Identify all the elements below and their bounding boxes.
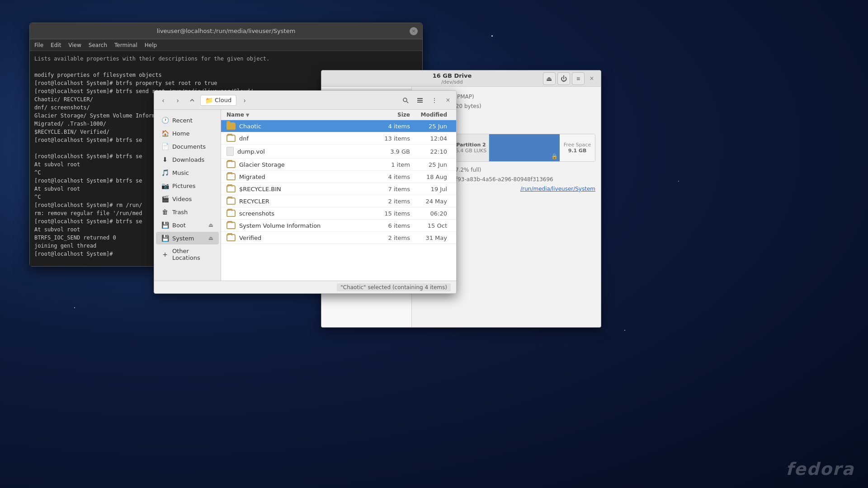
sidebar-label-recent: Recent <box>172 117 193 124</box>
folder-icon-verified <box>226 234 236 241</box>
folder-icon-screenshots <box>226 210 236 217</box>
boot-eject-icon[interactable]: ⏏ <box>208 222 213 228</box>
videos-icon: 🎬 <box>161 195 169 202</box>
star-1 <box>491 35 493 37</box>
pv-partition-blue[interactable]: 🔒 <box>489 134 560 161</box>
sidebar-label-music: Music <box>172 169 189 176</box>
pv-partition2-label: Partition 2 <box>456 142 486 148</box>
fm-search-button[interactable] <box>399 94 412 107</box>
sidebar-item-boot[interactable]: 💾 Boot ⏏ <box>156 219 219 231</box>
fm-col-modified-header[interactable]: Modified <box>410 112 451 118</box>
fm-cell-size-verified: 2 items <box>374 235 410 241</box>
home-icon: 🏠 <box>161 130 169 137</box>
dm-menu-button[interactable]: ≡ <box>572 72 585 85</box>
fm-row-screenshots[interactable]: screenshots 15 items 06:20 <box>221 207 456 220</box>
fedora-logo: fedora <box>786 459 854 479</box>
fm-content: 🕐 Recent 🏠 Home 📄 Documents ⬇ Downloads … <box>154 110 456 281</box>
terminal-menu-help[interactable]: Help <box>145 42 157 48</box>
terminal-menu-file[interactable]: File <box>34 42 43 48</box>
terminal-menu-view[interactable]: View <box>68 42 81 48</box>
boot-disk-icon: 💾 <box>161 221 169 229</box>
fm-row-verified[interactable]: Verified 2 items 31 May <box>221 232 456 244</box>
sidebar-label-home: Home <box>172 130 189 137</box>
terminal-menubar: File Edit View Search Terminal Help <box>30 39 422 51</box>
dm-title-center: 16 GB Drive /dev/sdd <box>433 72 472 85</box>
fm-cell-size-chaotic: 4 items <box>374 123 410 130</box>
svg-rect-4 <box>417 102 423 103</box>
fm-row-chaotic[interactable]: Chaotic 4 items 25 Jun <box>221 120 456 132</box>
terminal-menu-search[interactable]: Search <box>89 42 107 48</box>
fm-view-toggle-button[interactable] <box>414 94 426 107</box>
folder-icon-dnf <box>226 135 236 142</box>
sidebar-item-videos[interactable]: 🎬 Videos <box>156 192 219 205</box>
folder-icon-migrated <box>226 173 236 180</box>
terminal-menu-terminal[interactable]: Terminal <box>114 42 137 48</box>
fm-forward-button[interactable]: › <box>171 94 184 107</box>
sidebar-item-downloads[interactable]: ⬇ Downloads <box>156 153 219 166</box>
fm-path-next-button[interactable]: › <box>238 94 251 107</box>
lock-icon: 🔒 <box>551 153 558 160</box>
fm-col-name-header[interactable]: Name ▼ <box>226 112 374 118</box>
terminal-close-button[interactable]: × <box>410 27 418 35</box>
terminal-menu-edit[interactable]: Edit <box>51 42 61 48</box>
sidebar-item-other-locations[interactable]: + Other Locations <box>156 245 219 264</box>
pv-partition2[interactable]: Partition 2 6.4 GB LUKS <box>453 134 489 161</box>
fm-cell-modified-dumpvol: 22:10 <box>410 148 451 155</box>
fm-cell-modified-verified: 31 May <box>410 235 451 241</box>
file-icon-dumpvol <box>226 147 234 156</box>
fm-row-dumpvol[interactable]: dump.vol 3.9 GB 22:10 <box>221 145 456 159</box>
svg-line-1 <box>407 101 409 103</box>
system-eject-icon[interactable]: ⏏ <box>208 235 213 241</box>
trash-icon: 🗑 <box>161 208 169 216</box>
star-5 <box>678 181 679 182</box>
fm-col-size-header[interactable]: Size <box>374 112 410 118</box>
sidebar-label-documents: Documents <box>172 143 206 150</box>
pv-partition2-detail: 6.4 GB LUKS <box>456 148 486 154</box>
fm-cell-size-migrated: 4 items <box>374 174 410 180</box>
sidebar-label-downloads: Downloads <box>172 156 204 163</box>
fm-row-glacier[interactable]: Glacier Storage 1 item 25 Jun <box>221 159 456 171</box>
sidebar-item-trash[interactable]: 🗑 Trash <box>156 206 219 218</box>
fm-cell-modified-migrated: 18 Aug <box>410 174 451 180</box>
fm-cell-name-dnf: dnf <box>226 135 374 142</box>
fm-row-recycler[interactable]: RECYCLER 2 items 24 May <box>221 195 456 207</box>
fm-row-dnf[interactable]: dnf 13 items 12:04 <box>221 132 456 145</box>
fm-up-button[interactable] <box>186 94 198 107</box>
fm-back-button[interactable]: ‹ <box>157 94 170 107</box>
terminal-titlebar: liveuser@localhost:/run/media/liveuser/S… <box>30 23 422 39</box>
dm-eject-button[interactable]: ⏏ <box>543 72 556 85</box>
fm-cell-size-sysvolinfo: 6 items <box>374 222 410 229</box>
folder-icon: 📁 <box>205 97 213 104</box>
fm-overflow-button[interactable]: ⋮ <box>428 94 441 107</box>
svg-rect-3 <box>417 100 423 101</box>
sidebar-label-system: System <box>172 235 194 242</box>
fm-cell-name-glacier: Glacier Storage <box>226 161 374 168</box>
sidebar-item-music[interactable]: 🎵 Music <box>156 166 219 179</box>
dm-close-button[interactable]: × <box>586 73 597 84</box>
dm-subtitle: /dev/sdd <box>441 79 462 85</box>
fm-row-sysvolinfo[interactable]: System Volume Information 6 items 15 Oct <box>221 220 456 232</box>
fm-sidebar: 🕐 Recent 🏠 Home 📄 Documents ⬇ Downloads … <box>154 110 221 281</box>
fm-column-headers: Name ▼ Size Modified <box>221 110 456 120</box>
fm-row-recyclebin[interactable]: $RECYCLE.BIN 7 items 19 Jul <box>221 183 456 195</box>
fm-close-button[interactable]: × <box>443 95 453 106</box>
sidebar-item-pictures[interactable]: 📷 Pictures <box>156 179 219 192</box>
sidebar-item-recent[interactable]: 🕐 Recent <box>156 114 219 127</box>
dm-mountpoint-link[interactable]: /run/media/liveuser/System <box>520 186 595 192</box>
view-icon <box>417 97 423 103</box>
pictures-icon: 📷 <box>161 182 169 189</box>
sidebar-item-home[interactable]: 🏠 Home <box>156 127 219 140</box>
fm-cell-name-verified: Verified <box>226 234 374 241</box>
sidebar-item-documents[interactable]: 📄 Documents <box>156 140 219 153</box>
folder-icon-glacier <box>226 161 236 168</box>
sidebar-item-system[interactable]: 💾 System ⏏ <box>156 232 219 244</box>
fm-row-migrated[interactable]: Migrated 4 items 18 Aug <box>221 171 456 183</box>
fm-cell-size-recyclebin: 7 items <box>374 186 410 192</box>
sidebar-label-boot: Boot <box>172 222 186 229</box>
fm-cell-modified-recycler: 24 May <box>410 198 451 205</box>
downloads-icon: ⬇ <box>161 156 169 163</box>
dm-power-button[interactable]: ⏻ <box>557 72 570 85</box>
fm-path-breadcrumb[interactable]: 📁 Cloud <box>200 95 236 106</box>
pv-free-val: 9.1 GB <box>568 148 587 154</box>
fm-statusbar: "Chaotic" selected (containing 4 items) <box>154 281 456 293</box>
